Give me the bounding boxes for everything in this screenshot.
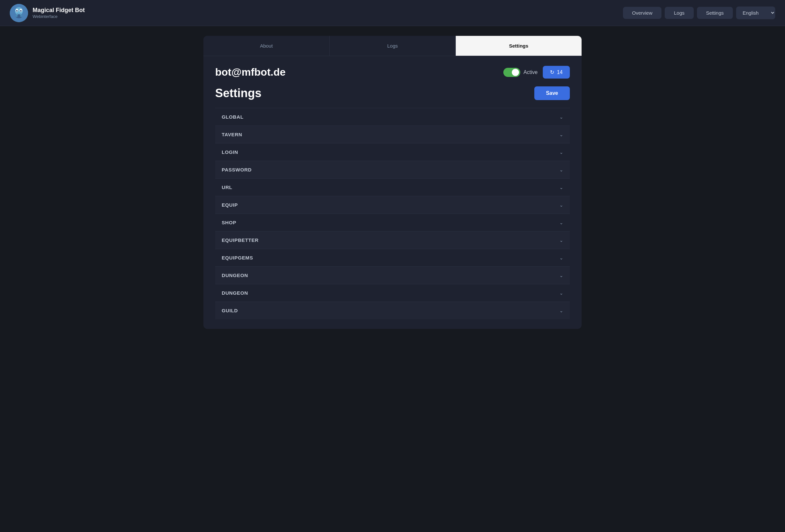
accordion-header-equipbetter[interactable]: EQUIPBETTER ⌄: [215, 231, 570, 249]
bot-email: bot@mfbot.de: [215, 66, 285, 78]
tab-logs[interactable]: Logs: [330, 36, 456, 56]
chevron-down-icon-dungeon2: ⌄: [559, 290, 563, 296]
svg-rect-10: [20, 14, 22, 17]
card-body: bot@mfbot.de Active ↻ 14: [203, 56, 582, 329]
accordion-item-tavern: TAVERN ⌄: [215, 126, 570, 143]
chevron-down-icon-dungeon1: ⌄: [559, 273, 563, 278]
nav-settings-button[interactable]: Settings: [697, 7, 733, 19]
accordion-header-equipgems[interactable]: EQUIPGEMS ⌄: [215, 249, 570, 266]
accordion-label-url: URL: [222, 184, 232, 190]
accordion-label-equipbetter: EQUIPBETTER: [222, 237, 258, 243]
accordion-label-equip: EQUIP: [222, 202, 238, 208]
accordion-header-guild[interactable]: GUILD ⌄: [215, 302, 570, 319]
accordion-item-password: PASSWORD ⌄: [215, 161, 570, 178]
logo-area: Magical Fidget Bot Webinterface: [10, 4, 85, 22]
app-title: Magical Fidget Bot: [33, 7, 85, 14]
chevron-down-icon-shop: ⌄: [559, 220, 563, 225]
logo-text: Magical Fidget Bot Webinterface: [33, 7, 85, 19]
svg-rect-9: [16, 14, 18, 17]
active-toggle[interactable]: [503, 68, 520, 77]
chevron-down-icon-tavern: ⌄: [559, 132, 563, 137]
chevron-down-icon-global: ⌄: [559, 115, 563, 120]
main-content: About Logs Settings bot@mfbot.de: [197, 36, 588, 329]
accordion-header-shop[interactable]: SHOP ⌄: [215, 214, 570, 231]
accordion-item-equip: EQUIP ⌄: [215, 196, 570, 213]
nav-overview-button[interactable]: Overview: [623, 7, 662, 19]
settings-title: Settings: [215, 86, 261, 100]
chevron-down-icon-equipbetter: ⌄: [559, 238, 563, 243]
accordion-label-tavern: TAVERN: [222, 132, 242, 137]
save-button[interactable]: Save: [534, 86, 570, 100]
main-card: About Logs Settings bot@mfbot.de: [203, 36, 582, 329]
accordion-label-login: LOGIN: [222, 149, 238, 155]
accordion-item-dungeon2: DUNGEON ⌄: [215, 284, 570, 302]
chevron-down-icon-equipgems: ⌄: [559, 255, 563, 260]
accordion-label-equipgems: EQUIPGEMS: [222, 255, 253, 260]
tab-bar: About Logs Settings: [203, 36, 582, 56]
tab-about[interactable]: About: [203, 36, 330, 56]
toggle-slider: [503, 68, 520, 77]
accordion-header-dungeon1[interactable]: DUNGEON ⌄: [215, 267, 570, 284]
header-row: bot@mfbot.de Active ↻ 14: [215, 66, 570, 79]
accordion-item-dungeon1: DUNGEON ⌄: [215, 266, 570, 284]
accordion-item-url: URL ⌄: [215, 178, 570, 196]
accordion-header-equip[interactable]: EQUIP ⌄: [215, 196, 570, 213]
refresh-icon: ↻: [550, 69, 554, 75]
accordion-label-shop: SHOP: [222, 220, 236, 225]
header-right: Active ↻ 14: [503, 66, 570, 79]
chevron-down-icon-password: ⌄: [559, 167, 563, 173]
svg-point-7: [21, 10, 22, 11]
accordion-label-password: PASSWORD: [222, 167, 252, 173]
nav-buttons: Overview Logs Settings English Deutsch F…: [623, 6, 775, 19]
accordion-header-password[interactable]: PASSWORD ⌄: [215, 161, 570, 178]
refresh-button[interactable]: ↻ 14: [543, 66, 570, 79]
accordion-item-guild: GUILD ⌄: [215, 302, 570, 319]
accordion-item-global: GLOBAL ⌄: [215, 108, 570, 126]
accordion-label-guild: GUILD: [222, 308, 238, 313]
svg-point-4: [16, 10, 18, 11]
tab-settings[interactable]: Settings: [456, 36, 582, 56]
topnav: Magical Fidget Bot Webinterface Overview…: [0, 0, 785, 26]
refresh-count: 14: [557, 70, 563, 75]
svg-point-6: [17, 10, 18, 11]
language-select[interactable]: English Deutsch Français Español: [736, 6, 775, 19]
accordion-header-url[interactable]: URL ⌄: [215, 179, 570, 196]
chevron-down-icon-equip: ⌄: [559, 202, 563, 208]
svg-point-5: [20, 10, 22, 11]
settings-title-row: Settings Save: [215, 86, 570, 100]
accordion: GLOBAL ⌄ TAVERN ⌄ LOGIN ⌄: [215, 108, 570, 319]
accordion-item-equipbetter: EQUIPBETTER ⌄: [215, 231, 570, 249]
app-subtitle: Webinterface: [33, 14, 85, 19]
accordion-item-login: LOGIN ⌄: [215, 143, 570, 161]
chevron-down-icon-login: ⌄: [559, 150, 563, 155]
chevron-down-icon-url: ⌄: [559, 185, 563, 190]
accordion-header-login[interactable]: LOGIN ⌄: [215, 144, 570, 161]
accordion-label-dungeon1: DUNGEON: [222, 273, 248, 278]
logo-image: [10, 4, 28, 22]
accordion-label-global: GLOBAL: [222, 114, 244, 120]
accordion-item-shop: SHOP ⌄: [215, 213, 570, 231]
accordion-label-dungeon2: DUNGEON: [222, 290, 248, 296]
accordion-header-dungeon2[interactable]: DUNGEON ⌄: [215, 284, 570, 302]
active-label: Active: [524, 70, 538, 75]
accordion-item-equipgems: EQUIPGEMS ⌄: [215, 249, 570, 266]
accordion-header-global[interactable]: GLOBAL ⌄: [215, 108, 570, 126]
nav-logs-button[interactable]: Logs: [665, 7, 694, 19]
active-toggle-wrap: Active: [503, 68, 538, 77]
accordion-header-tavern[interactable]: TAVERN ⌄: [215, 126, 570, 143]
chevron-down-icon-guild: ⌄: [559, 308, 563, 313]
